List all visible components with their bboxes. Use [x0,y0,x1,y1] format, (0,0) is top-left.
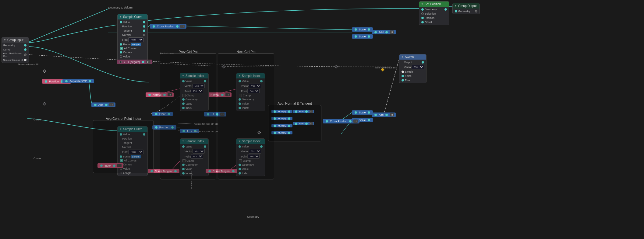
geometry-label: Geometry [247,215,259,218]
separate-xyz-node[interactable]: Separate XYZ [62,79,94,83]
st2-out [368,35,370,38]
switch-node[interactable]: ▼ Switch Output Vector Vector Switch Fal… [399,54,426,83]
sp-pos-in [421,17,424,19]
sc-top-curves-in [120,51,122,54]
gi-abs-row: Abs. Start Pos on Cu... [3,52,27,58]
diamond-left2 [43,102,46,105]
group-input-header: ▼ Group Input [2,37,29,43]
sample-curve-top-header: ▼ Sample Curve [118,14,147,19]
cpr-out [349,120,352,123]
add-ant1-node[interactable]: Add ↕↕ [293,110,314,113]
prev-ctrl-pnt-frame: Prev Ctrl Pnt [160,53,216,179]
at-out [385,31,388,33]
switch-body: Output Vector Vector Switch False True [399,60,426,83]
sp-geo-out [444,8,447,11]
switch-header: ▼ Switch [399,54,426,60]
x1-in [119,61,122,63]
go-geo-in [455,10,457,12]
curve-left-label1: Curve [34,118,41,121]
pos-in [45,80,47,83]
fr-in [155,126,157,129]
sw-vector-select[interactable]: Vector [412,65,424,69]
go-geo-out [475,10,477,12]
sc-top-value-out [143,21,145,23]
avg-normal-tangent-title: Avg. Normal & Tangent [278,102,312,105]
sxyz-in [65,80,68,82]
sp-geo-in [421,8,424,11]
m1-out [288,110,290,113]
connections-layer [0,0,644,239]
node-canvas: Geometry to deform ▼ Group Input Geometr… [0,0,644,239]
multiply-4-node[interactable]: Multiply [271,131,292,134]
set-position-header: ▼ Set Position [419,2,449,7]
gi-curve-socket [24,48,27,51]
sc-top-factor-badge: Length [131,43,141,46]
multiply-2-node[interactable]: Multiply [271,117,292,120]
scale-right1-node[interactable]: Scale [352,110,373,115]
sp-sel-in [421,12,424,15]
cross-product-top-node[interactable]: Cross Product ↕↕ [150,24,186,29]
sp-offset-in [421,21,424,23]
sr1-out [368,111,370,114]
gi-curve-row: Curve [3,47,27,52]
cp-top-in1 [153,25,155,28]
m4-out [288,132,290,134]
non-continuous-left-label: Non-continuous tilt [18,63,38,66]
st1-out [368,28,370,31]
avg-normal-tangent-frame: Avg. Normal & Tangent Multiply Add ↕↕ Mu… [268,105,321,141]
multiply-3-node[interactable]: Multiply [271,124,292,127]
prev-ctrl-pnt-title: Prev Ctrl Pnt [179,50,197,54]
m3-out [288,125,290,127]
set-position-node[interactable]: ▼ Set Position Geometry Selection Positi… [419,1,449,25]
am-in [94,104,97,106]
sc-top-tangent-out [143,29,145,32]
non-continuous-right-label: Non-continuous tilt [375,66,395,69]
curve-left-label2: Curve [34,157,41,160]
avg-ctrl-pnt-title: Avg Control Point Index [106,117,141,120]
fl-in [155,113,157,115]
n1-in [148,94,151,96]
group-output-node[interactable]: ▼ Group Output Geometry [452,3,480,14]
scale-top1-node[interactable]: Scale [352,27,373,32]
sw-true-in [402,79,404,81]
sxyz-out [89,80,91,82]
diamond-left [43,69,46,73]
avg-ctrl-pnt-frame: Avg Control Point Index [93,120,154,173]
sample-curve-top-body: Value Position Tangent Normal Float Floa… [118,19,147,64]
add-ant2-node[interactable]: Add ↕↕ [293,122,314,125]
add-top-node[interactable]: Add ↕↕ [372,30,396,34]
scale-top2-node[interactable]: Scale [352,34,373,39]
geometry-to-deform-label: Geometry to deform [108,6,133,9]
gi-abs-socket [24,54,27,56]
sc-top-normal-out [143,34,145,36]
sc-top-allcurves-checkbox[interactable] [120,47,123,50]
sc-top-val2-in [120,55,122,58]
sc-top-float-select[interactable]: Float [128,37,143,42]
group-output-body: Geometry [453,9,479,14]
gi-geometry-socket [24,44,27,47]
gi-geometry-row: Geometry [3,43,27,47]
gi-tilt-socket [24,59,27,61]
next-ctrl-pnt-frame: Next Ctrl Pnt [218,53,274,179]
multiply-1-node[interactable]: Multiply [271,110,292,113]
st1-in [355,28,357,31]
group-output-header: ▼ Group Output [453,3,479,9]
x1-out [142,61,144,63]
aa2-out [305,123,308,125]
x-minus1-node[interactable]: x - 1 (negate) ↕↕ [117,60,152,64]
cpr-in [326,120,328,123]
add-mid-node[interactable]: Add ↕↕ [91,102,115,107]
at-in [374,31,377,33]
add-right-node[interactable]: Add ↕↕ [372,113,396,117]
next-ctrl-pnt-title: Next Ctrl Pnt [236,50,255,54]
m2-out [288,117,290,120]
sw-switch-in [402,71,404,73]
aa2-in [295,123,297,125]
sample-curve-top-node[interactable]: ▼ Sample Curve Value Position Tangent No… [117,14,148,64]
am-out [105,104,108,106]
cross-product-right-node[interactable]: Cross Product ↕↕ [323,119,359,123]
group-input-node[interactable]: ▼ Group Input Geometry Curve Abs. Start … [2,37,29,63]
sr2-out [368,119,370,121]
group-input-body: Geometry Curve Abs. Start Pos on Cu... N… [2,43,29,63]
diamond-mid2 [334,65,338,68]
